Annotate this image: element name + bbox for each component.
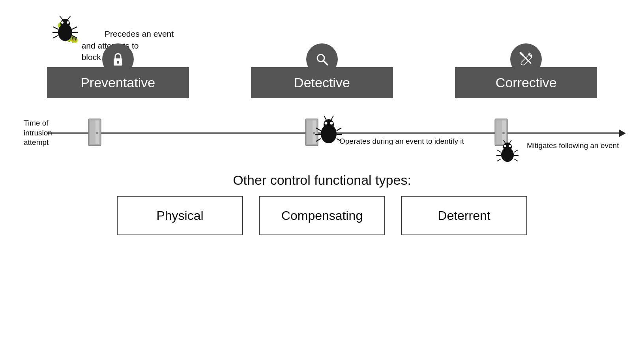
svg-line-48 [497,150,501,152]
svg-line-55 [509,140,511,143]
tools-icon [517,51,535,68]
timeline-point-1 [86,118,103,148]
svg-line-54 [504,140,505,143]
svg-line-7 [72,27,77,29]
other-title: Other control functional types: [233,173,411,188]
other-section: Other control functional types: Physical… [16,173,628,235]
corrective-label: Corrective [496,75,557,90]
svg-line-6 [53,36,58,38]
svg-point-43 [502,132,505,134]
svg-point-46 [504,145,506,147]
svg-line-50 [497,159,501,161]
svg-line-38 [324,116,326,120]
svg-line-34 [316,139,321,141]
svg-point-23 [96,132,98,134]
svg-line-32 [316,128,321,131]
svg-line-10 [60,16,63,20]
svg-line-51 [514,150,518,152]
timeline-point-3 [492,118,510,148]
svg-rect-26 [307,120,313,144]
door-icon-1 [86,118,103,146]
preventative-label: Preventative [80,75,155,90]
svg-line-11 [67,16,71,20]
detective-label: Detective [294,75,350,90]
other-box-physical: Physical [117,196,243,235]
bug-svg-preventative [52,15,79,42]
top-row: 🐛 [16,12,628,98]
search-icon [313,51,331,68]
main-container: 🐛 [0,0,644,349]
timeline-left-label: Time of intrusion attempt [24,118,52,148]
other-box-compensating: Compensating [259,196,385,235]
svg-point-2 [61,21,64,24]
timeline-row: Time of intrusion attempt [16,101,628,165]
svg-line-53 [514,159,518,161]
svg-point-3 [67,21,69,24]
svg-line-19 [520,53,523,55]
svg-point-1 [60,19,70,28]
detective-item: Detective [243,12,401,98]
detective-timeline-label: Operates during an event to identify it [339,136,464,147]
corrective-circle-icon [510,43,542,75]
timeline-point-2 [303,118,320,148]
deterrent-label: Deterrent [438,208,490,223]
corrective-item: Corrective [447,12,605,98]
svg-line-9 [72,36,77,38]
bug-svg-corrective [496,140,519,163]
detective-circle-icon [306,43,338,75]
svg-line-39 [331,116,333,120]
physical-label: Physical [156,208,203,223]
svg-rect-22 [90,120,95,144]
bug-svg-detective [315,115,343,145]
svg-point-29 [324,119,334,129]
svg-line-16 [324,61,328,65]
preventative-item: 🐛 [39,43,197,98]
svg-point-47 [509,145,511,147]
svg-rect-14 [117,62,118,64]
preventative-circle-icon [102,43,134,75]
compensating-label: Compensating [281,208,363,223]
svg-line-4 [53,27,58,29]
svg-point-31 [330,122,333,125]
other-box-deterrent: Deterrent [401,196,527,235]
other-boxes: Physical Compensating Deterrent [117,196,527,235]
lock-icon [109,51,127,68]
svg-point-30 [325,122,328,125]
svg-line-35 [337,128,341,131]
corrective-timeline-label: Mitigates following an event [527,141,619,151]
